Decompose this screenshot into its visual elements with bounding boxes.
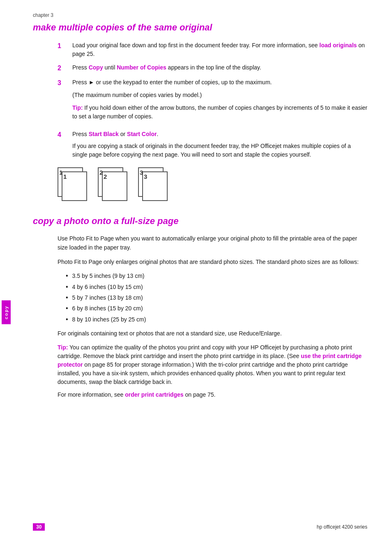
stacked-pages-illustration: 1 1 2 2 3 3 [58, 167, 367, 203]
start-black-link: Start Black [89, 131, 119, 137]
stack-2-back-num: 2 [99, 169, 103, 176]
number-of-copies-link: Number of Copies [117, 64, 166, 71]
step-number-3: 3 [58, 78, 69, 125]
bullet-text-1: 3.5 by 5 inches (9 by 13 cm) [72, 271, 145, 280]
bullet-item-3: •5 by 7 inches (13 by 18 cm) [66, 293, 367, 302]
step-1-content: Load your original face down and top fir… [72, 41, 367, 58]
step-number-2: 2 [58, 63, 69, 73]
step-2: 2 Press Copy until Number of Copies appe… [58, 63, 367, 73]
stack-2-front-num: 2 [104, 173, 107, 180]
section2-tip-block: Tip: You can optimize the quality of the… [58, 343, 367, 399]
tip-after-text: For more information, see [58, 391, 125, 398]
section1-title: make multiple copies of the same origina… [33, 22, 367, 33]
stack-group-2: 2 2 [98, 167, 131, 203]
step-2-content: Press Copy until Number of Copies appear… [72, 63, 367, 73]
step-3: 3 Press ► or use the keypad to enter the… [58, 78, 367, 125]
section2-tip-after: For more information, see order print ca… [58, 390, 367, 399]
tip-label-1: Tip: [72, 104, 83, 111]
product-name: hp officejet 4200 series [317, 524, 367, 530]
section2-tip: Tip: You can optimize the quality of the… [58, 343, 367, 386]
step-4-content: Press Start Black or Start Color. If you… [72, 130, 367, 159]
step-4: 4 Press Start Black or Start Color. If y… [58, 130, 367, 159]
step-3-content: Press ► or use the keypad to enter the n… [72, 78, 367, 125]
photo-sizes-list: •3.5 by 5 inches (9 by 13 cm) •4 by 6 in… [66, 271, 367, 324]
sidebar-tab-container: copy [0, 280, 12, 345]
bullet-item-1: •3.5 by 5 inches (9 by 13 cm) [66, 271, 367, 280]
bullet-item-2: •4 by 6 inches (10 by 15 cm) [66, 282, 367, 291]
bullet-dot-2: • [66, 282, 68, 291]
stack-group-1: 1 1 [58, 167, 90, 203]
tip-label-2: Tip: [58, 344, 68, 351]
tip-text-2b: on page 85 for proper storage informatio… [58, 361, 348, 385]
stack-3-front-num: 3 [144, 173, 147, 180]
stack-1-front-num: 1 [63, 173, 67, 180]
bullet-dot-4: • [66, 304, 68, 313]
bullet-text-5: 8 by 10 inches (25 by 25 cm) [72, 315, 146, 324]
tip-after2-text: on page 75. [184, 391, 216, 398]
step-number-1: 1 [58, 41, 69, 58]
section2-intro2: Photo Fit to Page only enlarges original… [58, 257, 367, 266]
chapter-label: chapter 3 [33, 12, 367, 18]
bullet-text-4: 6 by 8 inches (15 by 20 cm) [72, 304, 143, 313]
after-bullets-text: For originals containing text or photos … [58, 329, 367, 338]
stack-1-back-num: 1 [59, 169, 62, 176]
bullet-item-5: •8 by 10 inches (25 by 25 cm) [66, 315, 367, 324]
bullet-dot-5: • [66, 315, 68, 324]
footer: 30 hp officejet 4200 series [0, 523, 392, 531]
stack-group-3: 3 3 [138, 167, 171, 203]
load-originals-link[interactable]: load originals [319, 42, 357, 49]
bullet-text-3: 5 by 7 inches (13 by 18 cm) [72, 293, 143, 302]
order-print-cartridges-link[interactable]: order print cartridges [125, 391, 183, 398]
page-number: 30 [33, 523, 45, 531]
section2-title: copy a photo onto a full-size page [33, 216, 367, 226]
bullet-text-2: 4 by 6 inches (10 by 15 cm) [72, 282, 143, 291]
stack-3-back-num: 3 [140, 169, 143, 176]
bullet-item-4: •6 by 8 inches (15 by 20 cm) [66, 304, 367, 313]
step-3-tip: Tip: If you hold down either of the arro… [72, 104, 367, 121]
bullet-dot-3: • [66, 293, 68, 302]
step-1: 1 Load your original face down and top f… [58, 41, 367, 58]
bullet-dot-1: • [66, 271, 68, 280]
page: chapter 3 make multiple copies of the sa… [0, 0, 392, 543]
step-4-body: If you are copying a stack of originals … [72, 142, 367, 159]
copy-link: Copy [89, 64, 103, 71]
sidebar-tab: copy [2, 300, 11, 324]
section2-intro1: Use Photo Fit to Page when you want to a… [58, 234, 367, 252]
start-color-link: Start Color [127, 131, 157, 137]
step-3-note: (The maximum number of copies varies by … [72, 91, 367, 99]
steps-list: 1 Load your original face down and top f… [58, 41, 367, 159]
step-number-4: 4 [58, 130, 69, 159]
